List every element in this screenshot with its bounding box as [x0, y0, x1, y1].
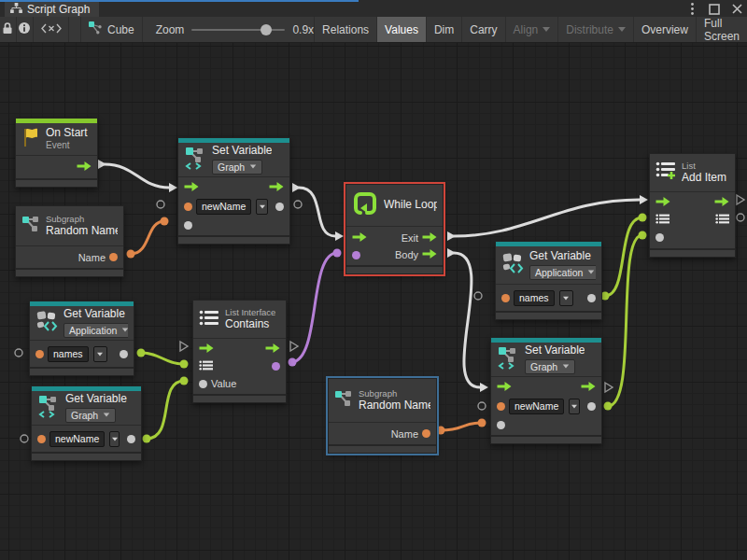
node-kind: Subgraph	[46, 215, 118, 225]
flow-out-port[interactable]	[581, 382, 596, 393]
while-loop-icon	[352, 190, 378, 220]
node-get-variable-app-2[interactable]: Get Variable Application names	[495, 241, 602, 320]
list-input-port[interactable]	[655, 214, 669, 226]
toolbar-toggles: Relations Values Dim Carry Align Distrib…	[314, 17, 747, 42]
fullscreen-button[interactable]: Full Screen	[697, 17, 747, 42]
flow-out-port[interactable]	[77, 161, 92, 173]
code-brackets-icon	[41, 23, 62, 36]
dim-button[interactable]: Dim	[427, 17, 462, 42]
tab-bar: Script Graph	[0, 0, 747, 17]
node-title: Set Variable	[212, 145, 272, 158]
scope-dropdown[interactable]: Graph	[65, 408, 116, 423]
overview-button[interactable]: Overview	[634, 17, 697, 42]
name-output-port[interactable]	[109, 253, 118, 261]
graph-variable-icon	[37, 394, 60, 422]
node-set-variable-2[interactable]: Set Variable Graph newName	[490, 337, 602, 444]
value-input-port[interactable]	[199, 380, 207, 388]
kebab-menu-icon[interactable]	[685, 3, 698, 16]
list-output-port[interactable]	[715, 214, 729, 226]
variable-name-field[interactable]: names	[514, 290, 555, 306]
chevron-down-icon	[122, 329, 128, 332]
value-output-port[interactable]	[587, 294, 596, 302]
variable-name-field[interactable]: newName	[509, 399, 564, 414]
flow-in-port[interactable]	[199, 343, 214, 355]
value-input-port[interactable]	[184, 221, 192, 230]
variable-picker-button[interactable]	[569, 399, 580, 414]
node-list-contains[interactable]: List InterfaceContains Value	[192, 300, 287, 403]
variable-name-field[interactable]: newName	[49, 431, 105, 447]
value-output-port[interactable]	[275, 203, 284, 211]
name-input-port[interactable]	[35, 350, 44, 358]
variable-picker-button[interactable]	[93, 346, 107, 362]
code-preview-button[interactable]	[34, 17, 70, 42]
maximize-icon[interactable]	[708, 3, 721, 16]
zoom-slider[interactable]	[191, 29, 285, 31]
subgraph-icon	[334, 389, 353, 412]
variable-picker-button[interactable]	[559, 290, 573, 306]
tab-script-graph[interactable]: Script Graph	[5, 2, 99, 17]
value-output-port[interactable]	[120, 350, 128, 358]
lock-button[interactable]	[0, 17, 17, 42]
node-while-loop[interactable]: While Loop Exit Body	[345, 184, 444, 274]
node-set-variable-1[interactable]: Set Variable Graph newName	[177, 137, 290, 245]
graph-toolbar: Cube Zoom 0.9x Relations Values Dim Carr…	[0, 17, 747, 43]
close-icon[interactable]	[730, 3, 743, 16]
node-list-add-item[interactable]: ListAdd Item	[649, 153, 736, 258]
body-flow-out-port[interactable]	[422, 249, 437, 260]
align-button[interactable]: Align	[506, 17, 559, 42]
flow-in-port[interactable]	[497, 382, 512, 393]
exit-flow-out-port[interactable]	[422, 232, 437, 244]
node-title: On Start	[46, 127, 88, 140]
values-button[interactable]: Values	[377, 17, 427, 42]
scope-dropdown[interactable]: Application	[529, 265, 596, 280]
node-on-start[interactable]: On StartEvent	[15, 118, 98, 188]
name-output-port[interactable]	[422, 429, 430, 438]
item-input-port[interactable]	[655, 233, 664, 242]
chevron-down-icon	[250, 165, 256, 169]
value-output-port[interactable]	[127, 435, 135, 443]
variable-name-field[interactable]: newName	[196, 199, 251, 215]
value-output-port[interactable]	[587, 402, 596, 411]
condition-input-port[interactable]	[352, 251, 360, 259]
list-input-port[interactable]	[199, 360, 213, 372]
value-input-port[interactable]	[497, 421, 505, 429]
flow-out-port[interactable]	[265, 343, 280, 355]
node-get-variable-graph[interactable]: Get Variable Graph newName	[31, 385, 142, 461]
scope-dropdown[interactable]: Graph	[525, 359, 575, 374]
node-kind: Subgraph	[359, 389, 430, 399]
name-input-port[interactable]	[501, 294, 510, 302]
variable-picker-button[interactable]	[109, 431, 120, 447]
chevron-down-icon	[104, 413, 109, 417]
variable-name-field[interactable]: names	[48, 346, 89, 362]
node-title: Contains	[225, 318, 275, 331]
zoom-slider-handle[interactable]	[261, 24, 272, 35]
result-output-port[interactable]	[272, 362, 280, 371]
info-icon	[18, 21, 31, 37]
flow-in-port[interactable]	[352, 232, 367, 244]
flow-in-port[interactable]	[655, 197, 670, 208]
flow-out-port[interactable]	[269, 182, 284, 193]
name-input-port[interactable]	[37, 435, 46, 443]
node-title: Add Item	[682, 172, 726, 185]
lock-icon	[2, 21, 13, 37]
flow-in-port[interactable]	[184, 182, 199, 193]
node-subgraph-1[interactable]: SubgraphRandom Name Name	[15, 205, 124, 277]
variable-picker-button[interactable]	[256, 199, 268, 215]
node-subgraph-2[interactable]: SubgraphRandom Name Name	[328, 378, 437, 454]
node-title: Get Variable	[65, 393, 127, 406]
relations-button[interactable]: Relations	[314, 17, 377, 42]
unity-script-graph-window: Script Graph	[0, 0, 747, 560]
flag-icon	[21, 127, 40, 151]
distribute-button[interactable]: Distribute	[558, 17, 634, 42]
scope-dropdown[interactable]: Application	[63, 323, 128, 338]
name-input-port[interactable]	[497, 402, 505, 411]
carry-button[interactable]: Carry	[462, 17, 505, 42]
tab-label: Script Graph	[27, 3, 90, 16]
scope-dropdown[interactable]: Graph	[212, 160, 262, 175]
name-input-port[interactable]	[184, 203, 192, 211]
chevron-down-icon	[588, 271, 594, 274]
node-get-variable-app-1[interactable]: Get Variable Application names	[29, 301, 134, 376]
inspect-button[interactable]	[17, 17, 34, 42]
flow-out-port[interactable]	[714, 197, 729, 208]
graph-target-button[interactable]: Cube	[80, 17, 143, 42]
